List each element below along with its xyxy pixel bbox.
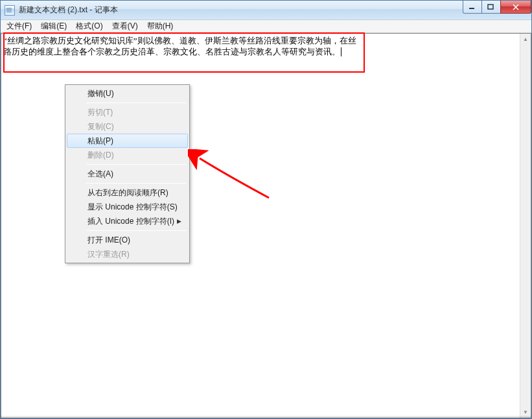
context-menu: 撤销(U) 剪切(T) 复制(C) 粘贴(P) 删除(D) 全选(A) 从右到左… [65,84,190,263]
ctx-show-unicode[interactable]: 显示 Unicode 控制字符(S) [67,200,188,214]
ctx-sep-3 [86,183,187,184]
svg-rect-0 [469,8,474,9]
scroll-up-arrow-icon[interactable]: ▲ [520,34,531,45]
submenu-arrow-icon: ▶ [177,218,181,224]
ctx-copy[interactable]: 复制(C) [67,119,188,134]
ctx-insert-unicode[interactable]: 插入 Unicode 控制字符(I) ▶ [67,214,188,228]
ctx-cut[interactable]: 剪切(T) [67,105,188,119]
minimize-button[interactable] [463,1,482,14]
svg-rect-1 [488,5,493,9]
minimize-icon [468,4,476,10]
text-caret [341,47,341,56]
ctx-select-all[interactable]: 全选(A) [67,167,188,181]
ctx-rtl[interactable]: 从右到左的阅读顺序(R) [67,186,188,200]
menubar: 文件(F) 编辑(E) 格式(O) 查看(V) 帮助(H) [1,20,531,33]
menu-view[interactable]: 查看(V) [108,19,143,33]
maximize-icon [487,4,495,10]
window-controls [463,1,531,14]
ctx-sep-1 [86,102,187,103]
notepad-icon [5,5,15,16]
maximize-button[interactable] [481,1,501,14]
ctx-sep-4 [86,230,187,231]
ctx-open-ime[interactable]: 打开 IME(O) [67,233,188,247]
scroll-track[interactable] [520,45,531,407]
titlebar[interactable]: 新建文本文档 (2).txt - 记事本 [1,1,531,20]
close-icon [512,4,520,10]
window-title: 新建文本文档 (2).txt - 记事本 [19,5,118,16]
menu-edit[interactable]: 编辑(E) [36,19,71,33]
ctx-undo[interactable]: 撤销(U) [67,86,188,101]
menu-file[interactable]: 文件(F) [2,19,36,33]
bottom-shadow [1,416,531,418]
ctx-reconvert[interactable]: 汉字重选(R) [67,247,188,261]
ctx-delete[interactable]: 删除(D) [67,148,188,162]
vertical-scrollbar[interactable]: ▲ ▼ [520,34,531,418]
ctx-paste[interactable]: 粘贴(P) [67,134,188,148]
document-text: “丝绸之路宗教历史文化研究知识库”则以佛教、道教、伊斯兰教等丝路沿线重要宗教为轴… [3,36,356,56]
ctx-sep-2 [86,164,187,165]
close-button[interactable] [500,1,531,14]
menu-format[interactable]: 格式(O) [71,19,107,33]
ctx-insert-unicode-label: 插入 Unicode 控制字符(I) [87,216,174,227]
menu-help[interactable]: 帮助(H) [143,19,178,33]
